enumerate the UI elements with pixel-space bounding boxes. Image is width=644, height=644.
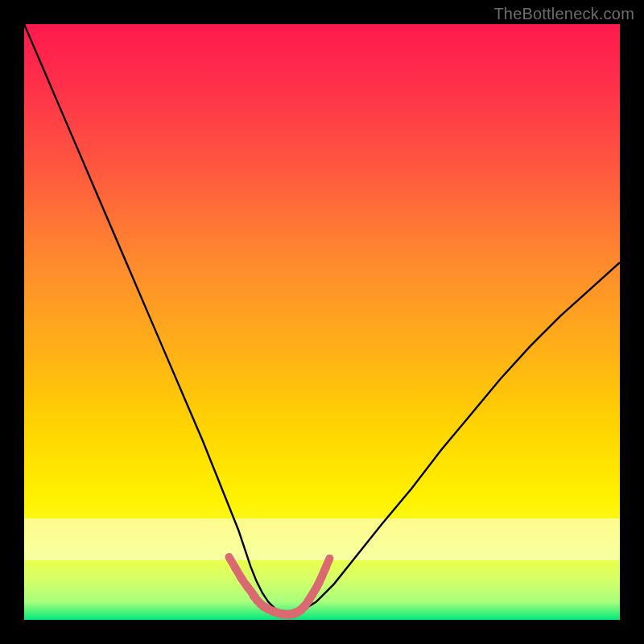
- bottleneck-curve: [24, 24, 620, 614]
- marker-group: [229, 557, 329, 615]
- curve-marker: [324, 559, 329, 572]
- chart-frame: TheBottleneck.com: [0, 0, 644, 644]
- plot-area: [24, 24, 620, 620]
- watermark-text: TheBottleneck.com: [493, 5, 634, 23]
- curve-layer: [24, 24, 620, 620]
